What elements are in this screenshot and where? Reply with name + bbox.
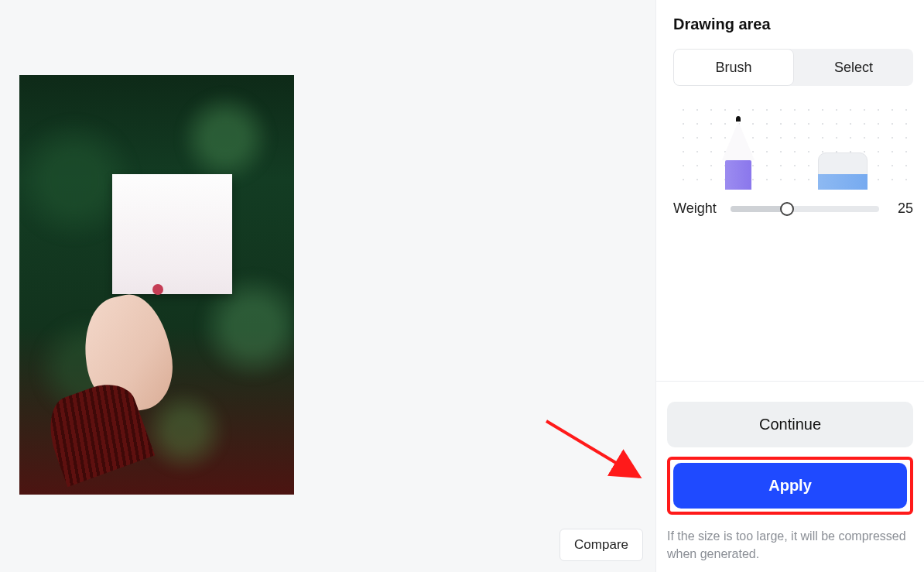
- sidebar: Drawing area Brush Select Weight 25: [656, 0, 924, 572]
- weight-slider-fill: [731, 206, 787, 212]
- image-preview[interactable]: [19, 75, 294, 495]
- weight-value: 25: [893, 200, 913, 217]
- size-hint-text: If the size is too large, it will be com…: [667, 527, 913, 563]
- tool-picker-row: [673, 100, 913, 193]
- canvas-area: Compare: [0, 0, 656, 572]
- apply-button[interactable]: Apply: [673, 463, 907, 509]
- weight-control: Weight 25: [673, 200, 913, 217]
- compare-button[interactable]: Compare: [560, 529, 643, 561]
- apply-annotation-box: Apply: [667, 457, 913, 515]
- mode-brush[interactable]: Brush: [673, 49, 794, 86]
- weight-label: Weight: [673, 200, 717, 217]
- continue-button[interactable]: Continue: [667, 402, 913, 447]
- section-title: Drawing area: [673, 15, 913, 33]
- weight-slider[interactable]: [731, 206, 879, 212]
- mode-toggle: Brush Select: [673, 49, 913, 86]
- weight-slider-thumb[interactable]: [780, 202, 794, 216]
- mode-select[interactable]: Select: [794, 49, 913, 86]
- image-paper: [112, 174, 232, 294]
- eraser-tool-icon[interactable]: [818, 152, 868, 190]
- brush-tool-icon[interactable]: [719, 116, 758, 190]
